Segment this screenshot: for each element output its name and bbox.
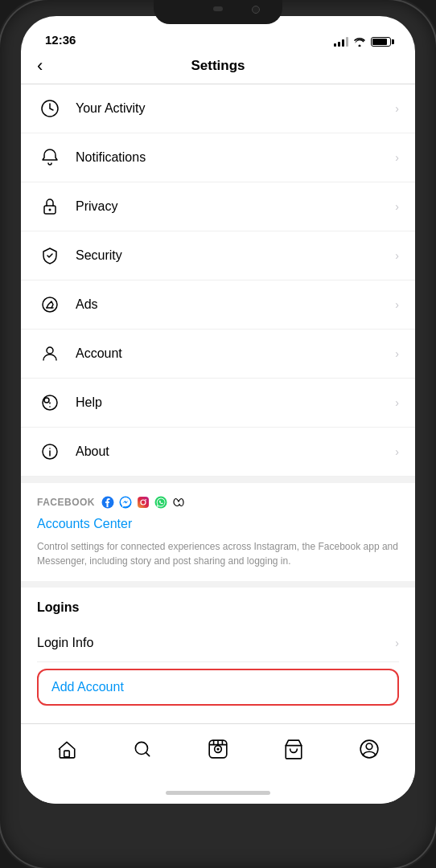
chevron-icon: ›	[395, 151, 399, 164]
settings-item-security[interactable]: Security ›	[21, 231, 415, 280]
svg-rect-16	[64, 751, 70, 757]
battery-fill	[372, 39, 387, 45]
wifi-icon	[353, 37, 366, 47]
phone-frame: 12:36 ‹ Settings	[0, 0, 436, 868]
svg-point-7	[44, 398, 49, 403]
svg-point-3	[43, 297, 57, 312]
security-label: Security	[76, 248, 395, 263]
chevron-icon: ›	[395, 347, 399, 360]
messenger-icon	[119, 496, 132, 509]
signal-bars-icon	[334, 37, 348, 47]
activity-icon	[37, 96, 63, 121]
facebook-section-title: FACEBOOK	[37, 497, 95, 508]
settings-item-about[interactable]: About ›	[21, 428, 415, 477]
login-info-label: Login Info	[37, 636, 395, 650]
info-icon	[37, 439, 63, 465]
svg-point-2	[49, 209, 51, 211]
lock-icon	[37, 194, 63, 219]
settings-item-privacy[interactable]: Privacy ›	[21, 182, 415, 231]
whatsapp-icon	[154, 496, 167, 509]
status-time: 12:36	[45, 33, 76, 47]
bottom-nav	[21, 723, 415, 781]
svg-point-20	[216, 747, 219, 750]
chevron-icon: ›	[395, 102, 399, 115]
add-account-item[interactable]: Add Account	[37, 669, 399, 706]
accounts-center-link[interactable]: Accounts Center	[37, 517, 399, 531]
instagram-small-icon	[137, 496, 150, 509]
svg-point-6	[49, 406, 51, 407]
nav-reels[interactable]	[199, 730, 237, 768]
search-icon	[132, 739, 153, 760]
home-indicator	[21, 781, 415, 804]
svg-point-14	[145, 499, 146, 501]
reels-icon	[208, 739, 228, 760]
settings-header: ‹ Settings	[21, 51, 415, 84]
ads-label: Ads	[76, 297, 395, 312]
person-icon	[37, 341, 63, 366]
log-out-item[interactable]: Log Out	[37, 712, 399, 723]
logins-section-title: Logins	[37, 600, 399, 615]
svg-point-9	[49, 448, 51, 449]
help-label: Help	[76, 395, 395, 410]
nav-search[interactable]	[123, 730, 162, 768]
chevron-icon: ›	[395, 637, 399, 649]
notch-camera	[252, 6, 260, 14]
svg-point-22	[366, 743, 372, 749]
your-activity-label: Your Activity	[76, 101, 395, 116]
notifications-label: Notifications	[76, 150, 395, 165]
page-title: Settings	[191, 58, 245, 74]
notch-speaker	[213, 6, 223, 11]
profile-icon	[359, 739, 380, 760]
meta-icon	[172, 496, 188, 509]
bell-icon	[37, 145, 63, 170]
nav-profile[interactable]	[350, 730, 389, 768]
nav-home[interactable]	[47, 730, 86, 768]
logins-section: Logins Login Info › Add Account Log Out	[21, 581, 415, 723]
chevron-icon: ›	[395, 298, 399, 311]
settings-item-your-activity[interactable]: Your Activity ›	[21, 84, 415, 133]
shield-icon	[37, 243, 63, 268]
svg-point-4	[47, 347, 53, 354]
facebook-icons	[101, 496, 188, 509]
back-button[interactable]: ‹	[37, 55, 43, 76]
settings-item-ads[interactable]: Ads ›	[21, 280, 415, 330]
facebook-header: FACEBOOK	[37, 496, 399, 509]
nav-shop[interactable]	[274, 730, 313, 768]
settings-item-notifications[interactable]: Notifications ›	[21, 133, 415, 182]
ads-icon	[37, 292, 63, 317]
settings-item-help[interactable]: Help ›	[21, 379, 415, 428]
settings-list: Your Activity › Notifications ›	[21, 84, 415, 477]
about-label: About	[76, 444, 395, 459]
home-icon	[56, 739, 77, 760]
login-info-item[interactable]: Login Info ›	[37, 624, 399, 662]
chevron-icon: ›	[395, 445, 399, 458]
settings-content: Your Activity › Notifications ›	[21, 84, 415, 723]
add-account-label: Add Account	[51, 680, 385, 694]
shop-icon	[283, 739, 304, 760]
chevron-icon: ›	[395, 249, 399, 262]
svg-rect-12	[138, 497, 149, 508]
facebook-icon	[101, 496, 114, 509]
notch	[154, 0, 282, 24]
help-icon	[37, 390, 63, 416]
status-icons	[334, 37, 391, 47]
privacy-label: Privacy	[76, 199, 395, 214]
facebook-section: FACEBOOK	[21, 477, 415, 581]
chevron-icon: ›	[395, 200, 399, 213]
chevron-icon: ›	[395, 396, 399, 409]
battery-icon	[371, 37, 391, 47]
account-label: Account	[76, 346, 395, 361]
facebook-description: Control settings for connected experienc…	[37, 539, 399, 581]
settings-item-account[interactable]: Account ›	[21, 330, 415, 379]
home-bar	[166, 791, 270, 795]
screen: 12:36 ‹ Settings	[21, 16, 415, 804]
